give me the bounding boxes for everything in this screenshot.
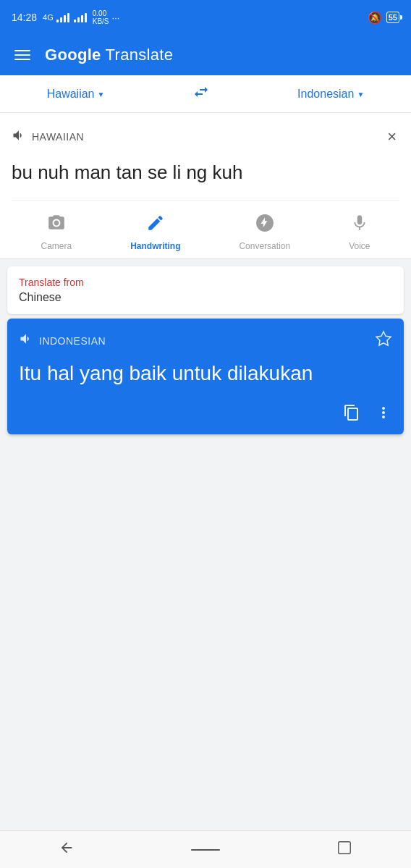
signal-bars-2: [74, 12, 87, 22]
output-speaker-icon[interactable]: [19, 332, 33, 350]
output-actions: [19, 404, 392, 426]
output-header: INDONESIAN: [19, 330, 392, 352]
app-title: Google Translate: [45, 46, 173, 64]
conversation-label: Conversation: [239, 241, 290, 251]
ellipsis: ···: [112, 12, 120, 23]
input-language-name: HAWAIIAN: [32, 131, 84, 143]
svg-rect-0: [339, 842, 351, 854]
swap-languages-button[interactable]: [187, 77, 216, 110]
mute-icon: 🔕: [368, 11, 382, 25]
status-right: 🔕 55: [368, 11, 399, 25]
input-tools: Camera Handwriting Conversation: [12, 200, 399, 258]
output-language-name: INDONESIAN: [39, 335, 106, 347]
clear-input-button[interactable]: ×: [384, 125, 399, 149]
voice-icon: [350, 214, 369, 237]
menu-button[interactable]: [12, 47, 33, 63]
translate-from-value: Chinese: [19, 291, 392, 304]
input-lang-label: HAWAIIAN: [12, 128, 84, 146]
camera-label: Camera: [41, 241, 72, 251]
translate-from-label: Translate from: [19, 277, 392, 288]
recents-button[interactable]: [322, 834, 367, 865]
target-language-button[interactable]: Indonesian ▼: [286, 82, 376, 106]
input-text[interactable]: bu nuh man tan se li ng kuh: [12, 155, 399, 200]
conversation-tool[interactable]: Conversation: [227, 209, 302, 256]
status-left: 14:28 4G 0.00KB/S ···: [12, 9, 119, 25]
handwriting-label: Handwriting: [130, 241, 180, 251]
grey-area: [0, 442, 411, 586]
voice-label: Voice: [349, 241, 370, 251]
handwriting-tool[interactable]: Handwriting: [119, 209, 192, 256]
data-speed: 0.00KB/S: [93, 9, 109, 25]
input-header: HAWAIIAN ×: [12, 125, 399, 149]
copy-button[interactable]: [343, 404, 360, 426]
camera-tool[interactable]: Camera: [29, 209, 83, 256]
output-lang-label: INDONESIAN: [19, 332, 106, 350]
source-language-button[interactable]: Hawaiian ▼: [35, 82, 116, 106]
signal-bars: [56, 12, 69, 22]
status-bar: 14:28 4G 0.00KB/S ··· 🔕 55: [0, 0, 411, 35]
home-indicator: [191, 849, 220, 851]
input-speaker-icon[interactable]: [12, 128, 26, 146]
app-bar: Google Translate: [0, 35, 411, 75]
more-options-button[interactable]: [375, 404, 392, 426]
output-text: Itu hal yang baik untuk dilakukan: [19, 361, 392, 387]
conversation-icon: [255, 214, 274, 237]
source-lang-dropdown-icon: ▼: [97, 90, 104, 98]
target-lang-dropdown-icon: ▼: [357, 90, 364, 98]
time-label: 14:28: [12, 12, 37, 23]
input-section: HAWAIIAN × bu nuh man tan se li ng kuh C…: [0, 113, 411, 259]
back-button[interactable]: [44, 834, 89, 865]
bottom-nav: [0, 830, 411, 868]
home-button[interactable]: [177, 843, 234, 856]
output-card: INDONESIAN Itu hal yang baik untuk dilak…: [7, 319, 404, 434]
handwriting-icon: [146, 214, 165, 237]
battery-icon: 55: [386, 12, 399, 23]
translate-from-card[interactable]: Translate from Chinese: [7, 266, 404, 314]
network-label: 4G: [43, 13, 54, 22]
language-bar: Hawaiian ▼ Indonesian ▼: [0, 75, 411, 113]
voice-tool[interactable]: Voice: [337, 209, 381, 256]
favorite-button[interactable]: [375, 330, 392, 352]
camera-icon: [47, 214, 66, 237]
